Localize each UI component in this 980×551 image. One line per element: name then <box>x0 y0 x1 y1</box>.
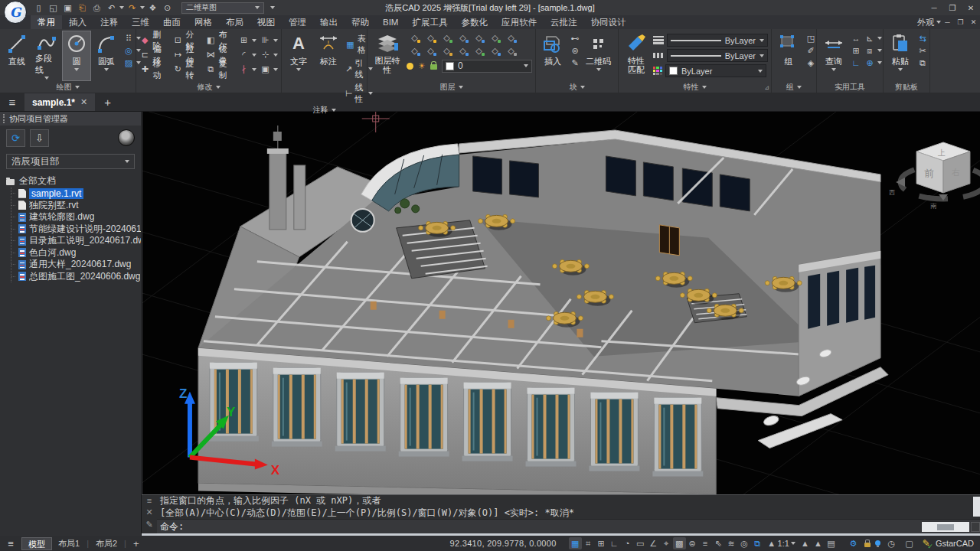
command-drag-handle[interactable]: ≡ <box>147 496 152 505</box>
viewcube-west-label[interactable]: 西 <box>889 189 895 196</box>
file-item[interactable]: 通用大样_20240617.dwg <box>11 259 141 271</box>
clean-screen-icon[interactable]: ▢ <box>903 537 916 549</box>
restore-button[interactable]: ❐ <box>943 4 962 12</box>
tab-view[interactable]: 视图 <box>250 15 282 29</box>
panel-label-utilities[interactable]: 实用工具 <box>817 81 883 93</box>
save-icon[interactable]: ▣ <box>61 2 74 14</box>
new-file-icon[interactable]: ▯ <box>32 2 45 14</box>
model-viewport[interactable]: 上 前 右 西 南 东 Z Y X <box>142 112 980 494</box>
new-document-tab-button[interactable]: + <box>104 96 111 109</box>
undo-icon[interactable]: ↶ <box>105 2 118 14</box>
panel-label-draw[interactable]: 绘图 <box>0 81 136 93</box>
tab-bim[interactable]: BIM <box>376 15 405 29</box>
fillet-tool[interactable]: ◜ <box>238 50 256 60</box>
workspace-select[interactable]: 二维草图 <box>181 2 264 14</box>
annotation-autoscale-toggle[interactable]: ▲ <box>799 537 812 549</box>
copy-with-basepoint-icon[interactable]: ⧉ <box>916 57 929 68</box>
current-layer-select[interactable]: 0 <box>442 60 532 73</box>
dynamic-ucs-toggle[interactable]: ▭ <box>634 537 647 549</box>
region-tool[interactable]: ▣ <box>260 64 278 74</box>
layer-merge-icon[interactable]: ◇ <box>508 46 514 56</box>
viewcube-front-label[interactable]: 前 <box>924 168 934 179</box>
polyline-button[interactable]: 多段线 <box>33 31 60 80</box>
isolate-objects-icon[interactable] <box>875 540 880 546</box>
ui-lock-icon[interactable] <box>864 543 871 547</box>
import-file-button[interactable]: ⇩ <box>30 129 49 147</box>
paste-button[interactable]: 粘贴 <box>887 31 914 80</box>
settings-gear-icon[interactable]: ⚙ <box>847 537 860 549</box>
panel-label-modify[interactable]: 修改 <box>136 81 281 93</box>
layer-states-icon[interactable]: ❖ <box>146 2 159 14</box>
app-logo-icon[interactable]: G <box>4 1 27 24</box>
chat-icon[interactable]: ⊙ <box>161 2 174 14</box>
viewport-control-icon[interactable]: ⧉ <box>751 537 764 549</box>
break-tool[interactable]: ⊹ <box>260 50 278 60</box>
file-item[interactable]: 节能绿建设计说明-20240612.dwg <box>11 223 141 236</box>
redo-icon[interactable]: ↷ <box>126 2 139 14</box>
grid-display-toggle[interactable]: ▦ <box>569 537 582 549</box>
tab-home[interactable]: 常用 <box>31 15 62 29</box>
line-button[interactable]: 直线 <box>3 31 31 80</box>
angle-toggle[interactable]: ∠ <box>647 537 660 549</box>
viewport-canvas[interactable]: 上 前 右 西 南 东 Z Y X <box>142 112 980 494</box>
distance-icon[interactable]: ↔ <box>850 33 862 44</box>
workspace-switch-icon[interactable]: ▤ <box>825 537 838 549</box>
sidebar-title-bar[interactable]: 协同项目管理器 <box>0 112 141 126</box>
trim-tool[interactable]: ∤ <box>238 64 256 74</box>
performance-clock-icon[interactable]: ◷ <box>885 537 898 549</box>
viewcube-right-label[interactable]: 右 <box>952 168 960 177</box>
layer-walk-icon[interactable]: ◇ <box>492 46 498 56</box>
polar-tracking-toggle[interactable]: ◔ <box>621 537 634 549</box>
layer-prev-icon[interactable]: ◇ <box>492 33 498 43</box>
layer-state-icon[interactable]: ◇ <box>508 33 514 43</box>
document-tab[interactable]: sample.1*✕ <box>24 93 95 111</box>
save-as-icon[interactable]: ⎗ <box>76 2 89 14</box>
doc-restore-button[interactable]: ❐ <box>954 18 967 26</box>
group-edit-icon[interactable]: ✐ <box>805 45 817 56</box>
corner-icon[interactable]: ∟ <box>850 57 862 68</box>
lineweight-select[interactable]: ByLayer <box>667 34 768 47</box>
file-item[interactable]: 色白河.dwg <box>11 247 141 259</box>
panel-label-block[interactable]: 块 <box>536 81 618 93</box>
measure-button[interactable]: 查询 <box>820 31 848 80</box>
zoom-monitor-icon[interactable]: ◎ <box>738 537 751 549</box>
layer-match-icon[interactable]: ◇ <box>475 33 482 43</box>
command-close-icon[interactable]: ✕ <box>145 507 152 517</box>
snap-mode-toggle[interactable]: ⌗ <box>582 537 595 549</box>
object-snap-3d-toggle[interactable]: ▩ <box>673 537 686 549</box>
ungroup-icon[interactable]: ◳ <box>805 33 817 44</box>
text-button[interactable]: A 文字 <box>285 31 312 80</box>
panel-label-properties[interactable]: 特性 <box>619 81 771 93</box>
tab-layout1[interactable]: 布局1 <box>52 537 86 550</box>
file-item[interactable]: 总图施工图_20240606.dwg <box>11 271 141 283</box>
layer-thaw-icon[interactable]: ◇ <box>427 46 433 56</box>
rotate-button[interactable]: ↻旋转 <box>172 58 202 81</box>
drag-handle[interactable] <box>3 114 5 123</box>
layer-freeze-icon[interactable]: ◇ <box>427 33 433 43</box>
donut-tool-icon[interactable]: ◎ <box>122 45 135 56</box>
tab-manage[interactable]: 管理 <box>282 15 313 29</box>
sidebar-menu-icon[interactable]: ≡ <box>0 96 24 109</box>
file-item[interactable]: 建筑轮廓图.dwg <box>11 211 141 223</box>
tab-output[interactable]: 输出 <box>313 15 345 29</box>
appearance-menu[interactable]: 外观 <box>917 17 941 28</box>
add-layout-button[interactable]: + <box>127 538 145 549</box>
tab-mesh[interactable]: 网格 <box>188 15 219 29</box>
lineweight-toggle[interactable]: ≡ <box>699 537 712 549</box>
circle-button[interactable]: 圆 <box>63 31 90 80</box>
lineweight-icon[interactable] <box>653 36 664 44</box>
layer-properties-button[interactable]: 图层特性 <box>371 31 404 80</box>
hatch-tool-icon[interactable]: ▨ <box>122 57 135 68</box>
viewcube-south-label[interactable]: 南 <box>930 203 937 210</box>
copy-button[interactable]: ⧉复制 <box>205 58 235 81</box>
arc-button[interactable]: 圆弧 <box>93 31 120 80</box>
group-button[interactable]: 组 <box>775 31 802 80</box>
tab-cloud-markup[interactable]: 云批注 <box>544 15 584 29</box>
close-button[interactable]: ✕ <box>962 4 980 12</box>
dynamic-input-toggle[interactable]: ⊜ <box>686 537 699 549</box>
object-snap-toggle[interactable]: ⌖ <box>660 537 673 549</box>
quick-select-icon[interactable]: ⊕ <box>864 57 876 68</box>
panel-expand-icon[interactable]: ⊿ <box>764 84 769 91</box>
selection-cycling-toggle[interactable]: ⇖ <box>712 537 725 549</box>
block-attribute-icon[interactable]: ⊷ <box>569 33 581 44</box>
